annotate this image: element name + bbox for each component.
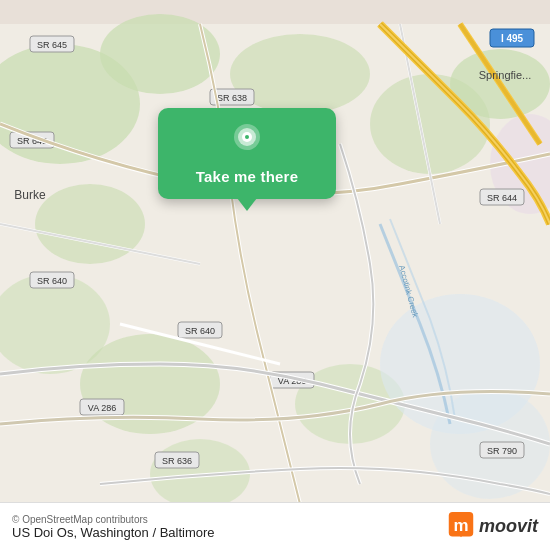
svg-text:SR 644: SR 644 (487, 193, 517, 203)
bottom-info-bar: © OpenStreetMap contributors US Doi Os, … (0, 502, 550, 550)
moovit-brand-icon: m (447, 511, 475, 543)
svg-text:Springfie...: Springfie... (479, 69, 532, 81)
map-container: SR 645 SR 645 SR 638 I 495 Springfie... … (0, 0, 550, 550)
location-info: © OpenStreetMap contributors US Doi Os, … (12, 514, 215, 540)
navigation-popup[interactable]: Take me there (158, 108, 336, 199)
svg-text:SR 638: SR 638 (217, 93, 247, 103)
svg-text:SR 636: SR 636 (162, 456, 192, 466)
svg-text:SR 790: SR 790 (487, 446, 517, 456)
take-me-there-button[interactable]: Take me there (196, 168, 298, 185)
svg-point-6 (35, 184, 145, 264)
svg-text:SR 640: SR 640 (37, 276, 67, 286)
moovit-text: moovit (479, 516, 538, 537)
moovit-logo: m moovit (447, 511, 538, 543)
copyright-text: © OpenStreetMap contributors (12, 514, 215, 525)
svg-point-42 (245, 135, 249, 139)
svg-text:SR 640: SR 640 (185, 326, 215, 336)
svg-text:Burke: Burke (14, 188, 46, 202)
location-label: US Doi Os, Washington / Baltimore (12, 525, 215, 540)
svg-text:VA 286: VA 286 (88, 403, 116, 413)
svg-text:SR 645: SR 645 (37, 40, 67, 50)
map-background: SR 645 SR 645 SR 638 I 495 Springfie... … (0, 0, 550, 550)
location-pin-icon (229, 122, 265, 158)
svg-text:I 495: I 495 (501, 33, 524, 44)
